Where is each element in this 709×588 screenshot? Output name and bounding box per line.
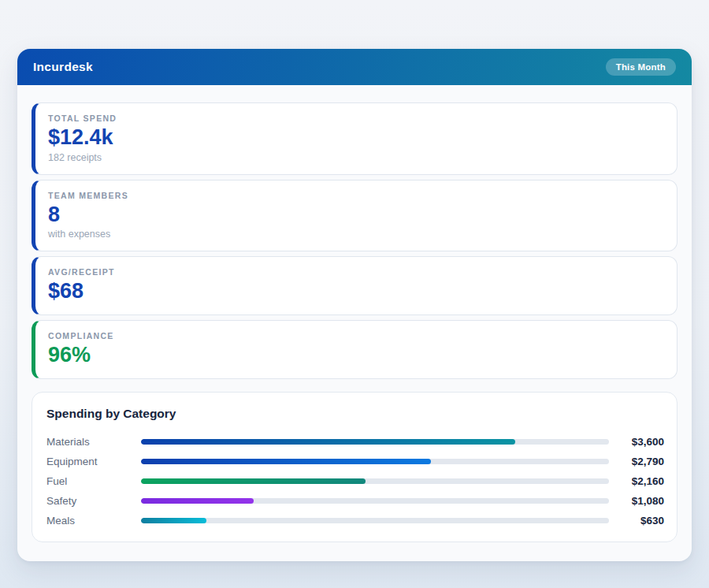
bar-value: $2,790 <box>609 456 664 467</box>
period-badge[interactable]: This Month <box>606 58 676 76</box>
bar-row-safety: Safety $1,080 <box>46 491 664 511</box>
stat-subtext: 182 receipts <box>48 152 664 163</box>
stat-card-compliance: COMPLIANCE 96% <box>32 320 677 379</box>
bar-label: Safety <box>46 495 141 507</box>
bar-track <box>141 498 609 504</box>
bar-value: $2,160 <box>609 475 664 487</box>
spending-by-category-panel: Spending by Category Materials $3,600 Eq… <box>32 392 677 542</box>
bar-label: Equipment <box>46 456 141 467</box>
bar-row-equipment: Equipment $2,790 <box>46 452 664 471</box>
stat-value: $12.4k <box>48 126 664 150</box>
bar-label: Materials <box>46 436 141 448</box>
bar-track <box>141 459 609 464</box>
bar-label: Fuel <box>46 475 141 487</box>
bar-row-materials: Materials $3,600 <box>46 432 664 452</box>
stat-label: COMPLIANCE <box>48 331 664 341</box>
stat-value: 96% <box>48 344 664 367</box>
stat-value: $68 <box>48 280 664 303</box>
stat-card-avg-receipt: AVG/RECEIPT $68 <box>32 256 677 315</box>
bar-value: $630 <box>609 515 664 527</box>
app-header: Incurdesk This Month <box>17 49 692 85</box>
bar-fill <box>141 498 254 504</box>
dashboard-content: TOTAL SPEND $12.4k 182 receipts TEAM MEM… <box>17 85 692 561</box>
stat-label: AVG/RECEIPT <box>48 267 664 277</box>
bar-row-meals: Meals $630 <box>46 511 664 530</box>
stat-label: TOTAL SPEND <box>48 114 664 123</box>
bar-label: Meals <box>46 515 141 527</box>
dashboard-card: Incurdesk This Month TOTAL SPEND $12.4k … <box>17 49 692 561</box>
stat-card-team-members: TEAM MEMBERS 8 with expenses <box>32 180 677 252</box>
bar-fill <box>141 459 431 464</box>
bar-fill <box>141 478 366 484</box>
bar-track <box>141 518 609 523</box>
bar-fill <box>141 439 515 445</box>
bar-value: $3,600 <box>609 436 664 448</box>
stat-subtext: with expenses <box>48 229 664 240</box>
bar-value: $1,080 <box>609 495 664 507</box>
stat-label: TEAM MEMBERS <box>48 191 664 200</box>
bar-row-fuel: Fuel $2,160 <box>46 471 664 491</box>
stat-value: 8 <box>48 203 664 227</box>
panel-title: Spending by Category <box>46 407 664 421</box>
bar-track <box>141 439 609 445</box>
stat-card-total-spend: TOTAL SPEND $12.4k 182 receipts <box>32 102 677 175</box>
bar-track <box>141 478 609 484</box>
bar-fill <box>141 518 206 523</box>
app-title: Incurdesk <box>33 60 93 74</box>
